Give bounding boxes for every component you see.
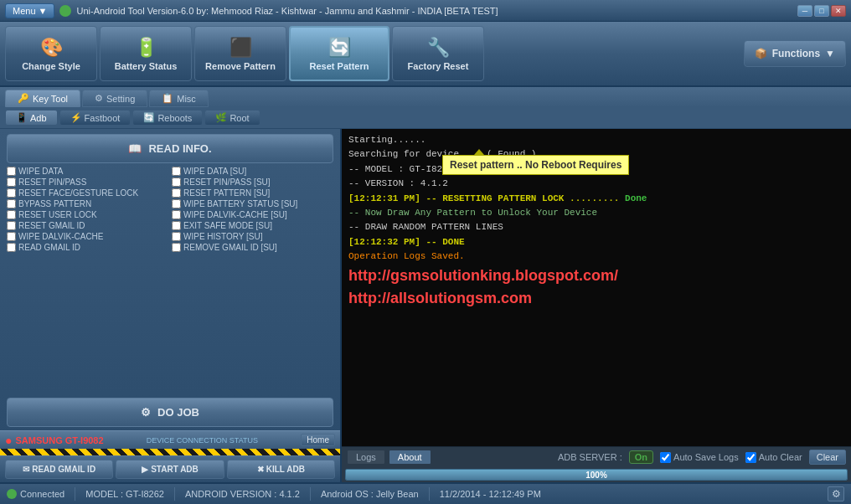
- remove-pattern-icon: ⬛: [230, 37, 252, 59]
- checkbox-item[interactable]: WIPE DATA: [7, 167, 168, 176]
- factory-reset-button[interactable]: 🔧 Factory Reset: [392, 26, 484, 81]
- misc-label: Misc: [177, 94, 196, 104]
- battery-icon: 🔋: [135, 37, 157, 59]
- log-server-controls: ADB SERVER : On Auto Save Logs Auto Clea…: [435, 450, 846, 465]
- start-adb-icon: ▶: [142, 465, 148, 474]
- home-button[interactable]: Home: [301, 434, 335, 446]
- reset-pattern-button[interactable]: 🔄 Reset Pattern: [289, 26, 389, 81]
- auto-save-checkbox[interactable]: [660, 452, 671, 463]
- remove-pattern-label: Remove Pattern: [205, 61, 276, 71]
- checkbox-input[interactable]: [172, 243, 181, 252]
- read-info-icon: 📖: [128, 142, 142, 155]
- kill-adb-icon: ✖: [257, 465, 264, 474]
- checkbox-item[interactable]: RESET FACE/GESTURE LOCK: [7, 188, 168, 198]
- checkbox-item[interactable]: WIPE BATTERY STATUS [SU]: [172, 199, 333, 208]
- checkbox-input[interactable]: [172, 232, 181, 241]
- checkbox-input[interactable]: [7, 221, 16, 230]
- close-button[interactable]: ✕: [831, 5, 846, 17]
- checkbox-input[interactable]: [7, 199, 16, 208]
- do-job-icon: ⚙: [141, 406, 151, 419]
- connection-dot: [7, 489, 17, 499]
- auto-save-label[interactable]: Auto Save Logs: [660, 452, 739, 463]
- reboots-icon: 🔄: [143, 112, 155, 123]
- checkbox-input[interactable]: [7, 210, 16, 219]
- minimize-button[interactable]: ─: [797, 5, 812, 17]
- root-icon: 🌿: [215, 112, 227, 123]
- checkbox-item[interactable]: RESET PIN/PASS: [7, 177, 168, 187]
- kill-adb-button[interactable]: ✖ KILL ADB: [227, 460, 335, 479]
- checkbox-input[interactable]: [7, 243, 16, 252]
- read-gmail-button[interactable]: ✉ READ GMAIL ID: [5, 460, 113, 479]
- log-tab-logs[interactable]: Logs: [347, 450, 385, 465]
- reset-pattern-icon: 🔄: [328, 37, 351, 59]
- functions-button[interactable]: 📦 Functions ▼: [744, 40, 846, 67]
- status-sep-2: [174, 487, 175, 501]
- checkbox-item[interactable]: WIPE HISTORY [SU]: [172, 232, 333, 241]
- checkbox-item[interactable]: WIPE DATA [SU]: [172, 167, 333, 176]
- clear-button[interactable]: Clear: [809, 450, 846, 465]
- tab-key-tool[interactable]: 🔑 Key Tool: [5, 90, 80, 107]
- auto-clear-text: Auto Clear: [759, 452, 802, 462]
- tooltip-box: Reset pattern .. No Reboot Requires: [442, 155, 629, 175]
- log-tab-about[interactable]: About: [389, 450, 431, 465]
- checkbox-item[interactable]: READ GMAIL ID: [7, 243, 168, 252]
- log-area[interactable]: Reset pattern .. No Reboot RequiresStart…: [342, 129, 851, 446]
- checkbox-item[interactable]: REMOVE GMAIL ID [SU]: [172, 243, 333, 252]
- checkbox-item[interactable]: EXIT SAFE MODE [SU]: [172, 221, 333, 230]
- checkbox-input[interactable]: [172, 221, 181, 230]
- restore-button[interactable]: □: [814, 5, 829, 17]
- nav-tabs: 🔑 Key Tool ⚙ Setting 📋 Misc: [0, 87, 851, 107]
- checkbox-item[interactable]: WIPE DALVIK-CACHE [SU]: [172, 210, 333, 219]
- subtab-adb[interactable]: 📱 Adb: [5, 110, 58, 126]
- checkbox-item[interactable]: RESET PATTERN [SU]: [172, 188, 333, 198]
- checkbox-item[interactable]: RESET PIN/PASS [SU]: [172, 177, 333, 187]
- factory-reset-icon: 🔧: [427, 37, 450, 59]
- log-line: http://gsmsolutionking.blogspot.com/: [348, 265, 844, 286]
- device-status-bar: ● SAMSUNG GT-I9082 DEVICE CONNECTION STA…: [0, 430, 340, 449]
- checkbox-item[interactable]: BYPASS PATTERN: [7, 199, 168, 208]
- log-line: -- VERSION : 4.1.2: [348, 177, 844, 190]
- battery-status-button[interactable]: 🔋 Battery Status: [100, 26, 192, 81]
- auto-clear-label[interactable]: Auto Clear: [745, 452, 802, 463]
- checkbox-input[interactable]: [7, 232, 16, 241]
- adb-server-toggle[interactable]: On: [629, 450, 653, 464]
- checkbox-input[interactable]: [7, 167, 16, 176]
- tooltip-arrow: [474, 149, 484, 155]
- datetime-label: 11/2/2014 - 12:12:49 PM: [440, 489, 541, 499]
- checkbox-input[interactable]: [172, 188, 181, 198]
- settings-icon[interactable]: ⚙: [828, 486, 844, 501]
- device-dot-icon: ●: [5, 434, 12, 447]
- do-job-label: DO JOB: [157, 406, 199, 419]
- do-job-button[interactable]: ⚙ DO JOB: [7, 398, 333, 427]
- fastboot-icon: ⚡: [70, 112, 82, 123]
- change-style-button[interactable]: 🎨 Change Style: [5, 26, 97, 81]
- log-line: -- Now Draw Any Pattern to Unlock Your D…: [348, 207, 844, 219]
- log-tabs-row: Logs About ADB SERVER : On Auto Save Log…: [342, 446, 851, 467]
- status-sep-3: [310, 487, 311, 501]
- subtab-fastboot[interactable]: ⚡ Fastboot: [59, 110, 132, 126]
- start-adb-button[interactable]: ▶ START ADB: [116, 460, 224, 479]
- reboots-label: Reboots: [157, 113, 192, 123]
- status-sep-4: [429, 487, 430, 501]
- auto-clear-checkbox[interactable]: [745, 452, 756, 463]
- log-line: [12:12:31 PM] -- RESETTING PATTERN LOCK …: [348, 193, 844, 205]
- checkbox-input[interactable]: [7, 177, 16, 187]
- checkbox-item[interactable]: RESET GMAIL ID: [7, 221, 168, 230]
- tab-misc[interactable]: 📋 Misc: [149, 90, 209, 107]
- checkbox-item[interactable]: RESET USER LOCK: [7, 210, 168, 219]
- checkbox-input[interactable]: [172, 167, 181, 176]
- checkbox-input[interactable]: [172, 177, 181, 187]
- checkbox-input[interactable]: [172, 199, 181, 208]
- remove-pattern-button[interactable]: ⬛ Remove Pattern: [194, 26, 286, 81]
- tab-setting[interactable]: ⚙ Setting: [82, 90, 147, 107]
- device-status-center-label: DEVICE CONNECTION STATUS: [104, 436, 302, 445]
- checkbox-item[interactable]: WIPE DALVIK-CACHE: [7, 232, 168, 241]
- checkbox-input[interactable]: [172, 210, 181, 219]
- fastboot-label: Fastboot: [85, 113, 121, 123]
- menu-button[interactable]: Menu ▼: [5, 3, 54, 18]
- read-info-button[interactable]: 📖 READ INFO.: [7, 134, 333, 163]
- subtab-reboots[interactable]: 🔄 Reboots: [132, 110, 203, 126]
- subtab-root[interactable]: 🌿 Root: [204, 110, 260, 126]
- do-job-container: ⚙ DO JOB: [0, 394, 340, 430]
- checkbox-input[interactable]: [7, 188, 16, 198]
